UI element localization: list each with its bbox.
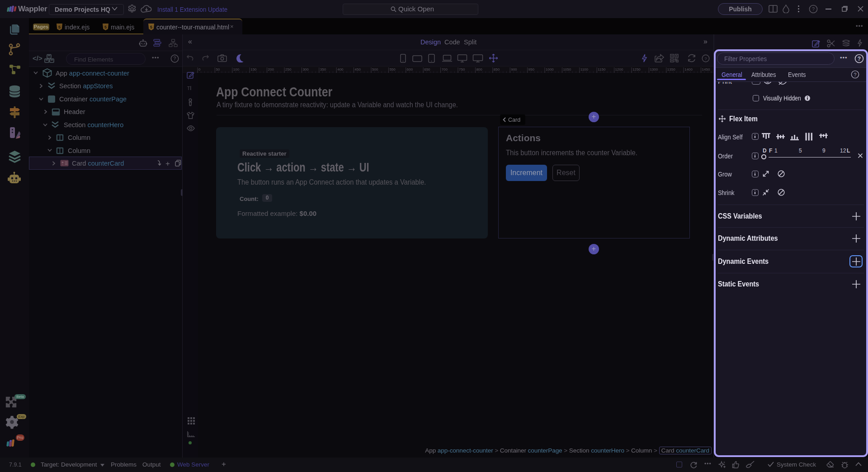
svg-text:1400: 1400 <box>684 67 693 72</box>
svg-text:1150: 1150 <box>598 67 606 72</box>
svg-text:650: 650 <box>424 67 430 72</box>
svg-text:750: 750 <box>459 67 465 72</box>
svg-text:1200: 1200 <box>615 67 623 72</box>
svg-text:150: 150 <box>250 67 257 72</box>
svg-text:?: ? <box>812 6 815 12</box>
svg-text:450: 450 <box>355 67 361 72</box>
svg-text:500: 500 <box>372 67 378 72</box>
svg-text:100: 100 <box>233 67 240 72</box>
svg-text:50: 50 <box>216 67 220 72</box>
svg-text:1050: 1050 <box>563 67 571 72</box>
svg-text:1000: 1000 <box>546 67 554 72</box>
svg-text:1100: 1100 <box>580 67 589 72</box>
svg-text:550: 550 <box>389 67 396 72</box>
svg-text:?: ? <box>174 56 176 61</box>
svg-text:250: 250 <box>285 67 292 72</box>
svg-text:850: 850 <box>494 67 500 72</box>
svg-text:900: 900 <box>511 67 517 72</box>
svg-text:5: 5 <box>58 25 61 29</box>
svg-text:950: 950 <box>528 67 535 72</box>
svg-text:?: ? <box>704 56 707 61</box>
svg-text:400: 400 <box>337 67 344 72</box>
svg-text:1300: 1300 <box>650 67 658 72</box>
svg-text:5: 5 <box>150 25 152 29</box>
svg-text:600: 600 <box>407 67 413 72</box>
svg-text:300: 300 <box>302 67 309 72</box>
svg-text:800: 800 <box>476 67 482 72</box>
svg-text:1250: 1250 <box>632 67 641 72</box>
svg-text:350: 350 <box>320 67 326 72</box>
svg-text:5: 5 <box>104 25 107 29</box>
svg-text:700: 700 <box>442 67 448 72</box>
svg-text:0: 0 <box>198 67 201 72</box>
svg-text:1350: 1350 <box>667 67 675 72</box>
svg-text:1450: 1450 <box>702 67 710 72</box>
svg-text:200: 200 <box>268 67 274 72</box>
